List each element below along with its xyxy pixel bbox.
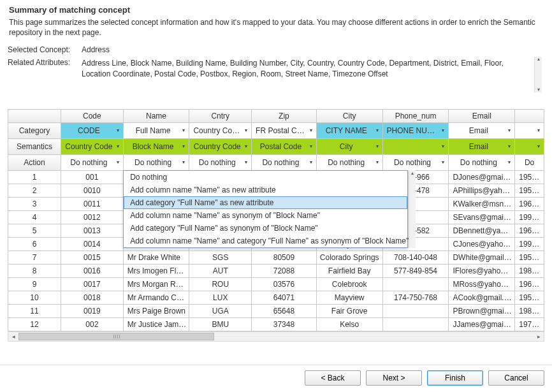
chevron-down-icon[interactable]: ▾ (180, 127, 186, 134)
chevron-down-icon[interactable]: ▾ (535, 143, 541, 150)
table-row[interactable]: 80016Mrs Imogen FloresAUT72088Fairfield … (8, 265, 544, 278)
category-select[interactable]: ▾ (518, 125, 541, 136)
table-cell: Mr Drake White (123, 251, 189, 265)
action-select[interactable]: Do nothing▾ (64, 157, 120, 168)
scroll-thumb[interactable] (18, 333, 214, 340)
finish-button[interactable]: Finish (427, 370, 483, 386)
back-button[interactable]: < Back (305, 370, 361, 386)
table-cell: ROU (189, 278, 252, 291)
table-cell (382, 278, 449, 291)
chevron-down-icon[interactable]: ▾ (242, 159, 249, 166)
chevron-down-icon[interactable]: ▾ (439, 127, 446, 134)
semantics-select[interactable]: Country Code▾ (64, 141, 120, 152)
table-cell: 1999-0 (515, 238, 544, 251)
table-row[interactable]: 110019Mrs Paige BrownUGA65648Fair GroveP… (8, 305, 544, 318)
chevron-down-icon[interactable]: ▾ (307, 143, 314, 150)
table-cell: 1964-0 (515, 278, 544, 291)
cancel-button[interactable]: Cancel (488, 370, 544, 386)
action-select[interactable]: Do nothing▾ (386, 157, 446, 168)
chevron-down-icon[interactable]: ▾ (374, 127, 380, 134)
category-select[interactable]: CODE▾ (64, 125, 120, 136)
column-header: Cntry (189, 110, 252, 123)
category-select[interactable]: Country Code I…▾ (192, 125, 249, 136)
column-header: City (316, 110, 382, 123)
category-select[interactable]: Email▾ (451, 125, 512, 136)
scroll-up-icon[interactable]: ▴ (535, 57, 542, 62)
action-select[interactable]: Do nothing▾ (126, 157, 187, 168)
dropdown-item[interactable]: Add category "Full Name" as synonym of "… (124, 222, 407, 235)
chevron-down-icon[interactable]: ▾ (114, 127, 120, 134)
table-row[interactable]: 12002Mr Justice JamesBMU37348KelsoJJames… (8, 318, 544, 331)
table-cell: DJones@gmail.c… (449, 171, 515, 184)
dropdown-item[interactable]: Do nothing (124, 171, 407, 184)
column-header: Code (61, 110, 124, 123)
action-select[interactable]: Do (518, 157, 541, 168)
table-cell: 002 (61, 318, 124, 331)
chevron-down-icon[interactable]: ▾ (180, 143, 186, 150)
action-value: Do nothing (254, 158, 307, 167)
action-select[interactable]: Do nothing▾ (319, 157, 380, 168)
action-select[interactable]: Do nothing▾ (254, 157, 314, 168)
chevron-down-icon[interactable]: ▾ (114, 143, 120, 150)
chevron-down-icon[interactable]: ▾ (439, 143, 446, 150)
action-select[interactable]: Do nothing▾ (451, 157, 512, 168)
action-select[interactable]: Do nothing▾ (192, 157, 249, 168)
horizontal-scrollbar[interactable]: ◂ ▸ (8, 331, 544, 342)
dropdown-item[interactable]: Add column name "Name" as new attribute (124, 184, 407, 196)
table-cell: 65648 (252, 305, 317, 318)
category-select[interactable]: PHONE NUMBER▾ (386, 125, 446, 136)
chevron-down-icon[interactable]: ▾ (374, 159, 380, 166)
semantics-select[interactable]: City▾ (319, 141, 380, 152)
chevron-down-icon[interactable]: ▾ (374, 143, 380, 150)
page-description: This page summarizes the selected concep… (9, 17, 543, 38)
table-cell: 2 (8, 184, 61, 198)
scroll-left-icon[interactable]: ◂ (8, 332, 18, 341)
semantics-select[interactable]: Country Code▾ (192, 141, 249, 152)
table-cell: 1954-0 (515, 184, 544, 198)
scroll-up-icon[interactable]: ▴ (409, 170, 416, 177)
chevron-down-icon[interactable]: ▾ (242, 143, 249, 150)
action-value: Do nothing (126, 158, 180, 167)
category-select[interactable]: CITY NAME▾ (319, 125, 380, 136)
chevron-down-icon[interactable]: ▾ (439, 159, 446, 166)
selected-concept-value: Address (82, 44, 530, 54)
table-cell: Mr Justice James (123, 318, 189, 331)
scroll-right-icon[interactable]: ▸ (534, 332, 544, 341)
related-attributes-scrollbar[interactable]: ▴ ▾ (534, 57, 542, 92)
table-row[interactable]: 70015Mr Drake WhiteSGS80509Colorado Spri… (8, 251, 544, 265)
next-button[interactable]: Next > (366, 370, 422, 386)
table-cell: 1953-1 (515, 291, 544, 305)
chevron-down-icon[interactable]: ▾ (180, 159, 186, 166)
dropdown-item[interactable]: Add column name "Name" as synonym of "Bl… (124, 209, 407, 222)
chevron-down-icon[interactable]: ▾ (242, 127, 249, 134)
chevron-down-icon[interactable]: ▾ (505, 159, 512, 166)
dropdown-item[interactable]: Add category "Full Name" as new attribut… (124, 196, 407, 209)
semantics-select[interactable]: Block Name▾ (126, 141, 187, 152)
semantics-select[interactable]: Email▾ (451, 141, 512, 152)
semantics-row-label: Semantics (8, 139, 61, 155)
wizard-footer: < Back Next > Finish Cancel (0, 365, 552, 392)
dropdown-item[interactable]: Add column name "Name" and category "Ful… (124, 235, 407, 247)
table-cell: 0011 (61, 198, 124, 211)
category-select[interactable]: FR Postal Code▾ (254, 125, 314, 136)
scroll-down-icon[interactable]: ▾ (535, 87, 542, 92)
chevron-down-icon[interactable]: ▾ (505, 127, 512, 134)
table-cell: 0016 (61, 265, 124, 278)
semantics-select[interactable]: ▾ (518, 141, 541, 152)
table-row[interactable]: 100018Mr Armando CookLUX64071Mayview174-… (8, 291, 544, 305)
table-cell: Kelso (316, 318, 382, 331)
table-cell: 0017 (61, 278, 124, 291)
chevron-down-icon[interactable]: ▾ (535, 127, 541, 134)
table-cell: Colorado Springs (316, 251, 382, 265)
chevron-down-icon[interactable]: ▾ (307, 127, 314, 134)
chevron-down-icon[interactable]: ▾ (505, 143, 512, 150)
action-dropdown-menu[interactable]: Do nothingAdd column name "Name" as new … (123, 170, 408, 248)
semantics-select[interactable]: Postal Code▾ (254, 141, 314, 152)
chevron-down-icon[interactable]: ▾ (307, 159, 314, 166)
chevron-down-icon[interactable]: ▾ (114, 159, 120, 166)
table-row[interactable]: 90017Mrs Morgan RossROU03576ColebrookMRo… (8, 278, 544, 291)
semantics-select[interactable]: ▾ (386, 141, 446, 152)
table-cell: 64071 (252, 291, 317, 305)
dropdown-scrollbar[interactable]: ▴ (408, 170, 416, 248)
category-select[interactable]: Full Name▾ (126, 125, 187, 136)
